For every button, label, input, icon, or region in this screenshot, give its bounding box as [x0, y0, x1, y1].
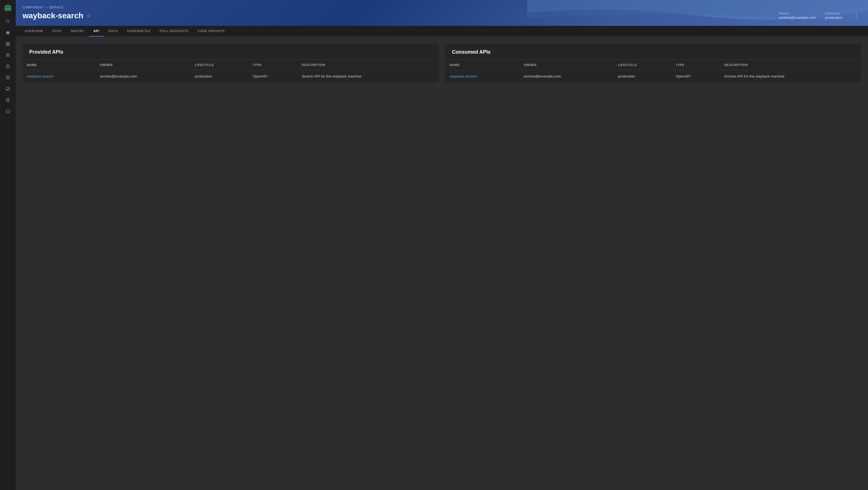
tab-pull-requests[interactable]: PULL REQUESTS — [155, 26, 193, 36]
logo[interactable] — [3, 3, 12, 12]
api-type-cell: OpenAPI — [671, 70, 720, 83]
lifecycle-value: production — [825, 15, 842, 20]
api-owner-cell: archive@example.com — [95, 70, 190, 83]
consumed-apis-table: NAME OWNER LIFECYCLE TYPE DESCRIPTION wa… — [445, 60, 861, 82]
api-lifecycle-cell: production — [614, 70, 671, 83]
col-lifecycle: LIFECYCLE — [190, 60, 248, 70]
api-lifecycle-cell: production — [190, 70, 248, 83]
svg-rect-11 — [6, 55, 9, 55]
tab-docs[interactable]: DOCS — [104, 26, 123, 36]
tab-code-insights[interactable]: CODE INSIGHTS — [193, 26, 229, 36]
svg-rect-0 — [4, 6, 11, 7]
col-owner: OWNER — [519, 60, 614, 70]
svg-rect-10 — [6, 54, 9, 54]
svg-point-17 — [7, 77, 8, 78]
api-owner-cell: archive@example.com — [519, 70, 614, 83]
table-row: wayback-search archive@example.com produ… — [23, 70, 438, 83]
api-name-cell: wayback-search — [23, 70, 95, 83]
content-area: Provided APIs NAME OWNER LIFECYCLE TYPE … — [16, 37, 868, 490]
col-type: TYPE — [248, 60, 297, 70]
list-icon[interactable] — [3, 51, 12, 60]
svg-point-16 — [6, 76, 9, 79]
api-description-cell: Search API for the wayback machine — [297, 70, 438, 83]
provided-apis-title: Provided APIs — [23, 43, 438, 60]
svg-rect-3 — [6, 4, 10, 6]
puzzle-icon[interactable] — [3, 39, 12, 48]
tab-kubernetes[interactable]: KUBERNETES — [123, 26, 155, 36]
dollar-icon[interactable]: $ — [3, 96, 12, 104]
provided-apis-panel: Provided APIs NAME OWNER LIFECYCLE TYPE … — [23, 43, 438, 82]
tab-overview[interactable]: OVERVIEW — [20, 26, 48, 36]
api-type-cell: OpenAPI — [248, 70, 297, 83]
add-circle-icon[interactable] — [3, 62, 12, 71]
provided-apis-table: NAME OWNER LIFECYCLE TYPE DESCRIPTION wa… — [23, 60, 438, 82]
consumed-apis-panel: Consumed APIs NAME OWNER LIFECYCLE TYPE … — [445, 43, 861, 82]
table-row: wayback-archive archive@example.com prod… — [445, 70, 861, 83]
compass-icon[interactable] — [3, 73, 12, 82]
api-name-cell: wayback-archive — [445, 70, 519, 83]
svg-rect-7 — [8, 42, 9, 43]
svg-rect-9 — [8, 44, 9, 45]
breadcrumb: COMPONENT — SERVICE — [23, 6, 861, 9]
lifecycle-meta: Lifecycle production — [825, 11, 842, 20]
lifecycle-label: Lifecycle — [825, 11, 842, 15]
more-options-button[interactable]: ⋮ — [851, 11, 861, 20]
page-title: wayback-search — [23, 11, 83, 20]
owner-label: Owner — [779, 11, 816, 15]
col-type: TYPE — [671, 60, 720, 70]
svg-rect-8 — [6, 44, 8, 45]
main-content: COMPONENT — SERVICE wayback-search ☆ Own… — [16, 0, 868, 490]
svg-rect-2 — [4, 9, 11, 11]
owner-meta: Owner archive@example.com — [779, 11, 816, 20]
header-metadata: Owner archive@example.com Lifecycle prod… — [779, 11, 861, 20]
favorite-icon[interactable]: ☆ — [87, 13, 91, 19]
svg-marker-21 — [6, 109, 9, 113]
svg-point-18 — [6, 87, 9, 91]
tab-api[interactable]: API — [89, 26, 104, 36]
col-description: DESCRIPTION — [297, 60, 438, 70]
svg-rect-1 — [4, 8, 11, 9]
search-icon[interactable] — [3, 17, 12, 26]
consumed-apis-title: Consumed APIs — [445, 43, 861, 60]
svg-point-4 — [6, 20, 9, 22]
svg-rect-12 — [6, 56, 9, 57]
col-description: DESCRIPTION — [720, 60, 862, 70]
api-name-link[interactable]: wayback-archive — [450, 74, 477, 78]
tab-cicd[interactable]: CI/CD — [48, 26, 66, 36]
tab-navigation: OVERVIEW CI/CD SENTRY API DOCS KUBERNETE… — [16, 26, 868, 37]
api-name-link[interactable]: wayback-search — [27, 74, 53, 78]
page-header: COMPONENT — SERVICE wayback-search ☆ Own… — [16, 0, 868, 26]
check-icon[interactable] — [3, 84, 12, 93]
col-name: NAME — [445, 60, 519, 70]
owner-value: archive@example.com — [779, 15, 816, 20]
api-description-cell: Archive API for the wayback machine — [720, 70, 862, 83]
graphql-icon[interactable] — [3, 107, 12, 116]
col-name: NAME — [23, 60, 95, 70]
col-lifecycle: LIFECYCLE — [614, 60, 671, 70]
svg-text:$: $ — [7, 99, 9, 102]
home-icon[interactable] — [3, 28, 12, 37]
col-owner: OWNER — [95, 60, 190, 70]
svg-line-5 — [8, 22, 9, 23]
sidebar: $ — [0, 0, 16, 490]
svg-rect-6 — [6, 42, 8, 43]
tab-sentry[interactable]: SENTRY — [66, 26, 89, 36]
